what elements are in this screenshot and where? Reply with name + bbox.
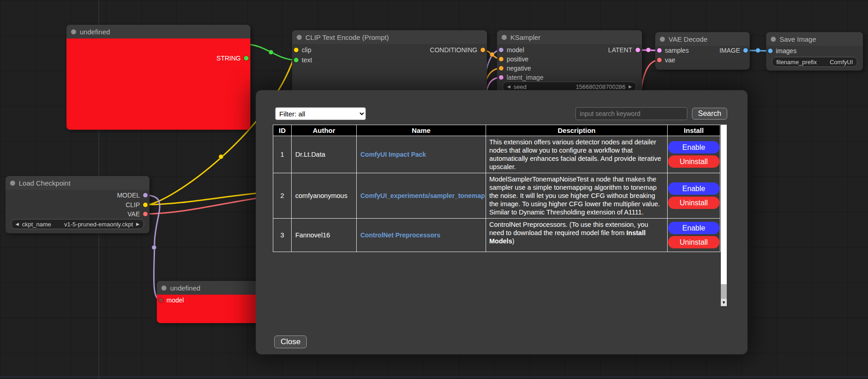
output-dot-conditioning[interactable] [481, 48, 485, 52]
enable-button[interactable]: Enable [668, 222, 719, 234]
prev-arrow-icon[interactable]: ◀ [16, 220, 19, 229]
input-dot-vae[interactable] [657, 58, 662, 62]
input-dot-text[interactable] [294, 58, 299, 62]
filename-prefix-widget[interactable]: filename_prefix ComfyUI [772, 57, 857, 67]
link-dot-string[interactable] [269, 50, 273, 55]
cell-author: comfyanonymous [292, 173, 357, 219]
manager-dialog: Filter: all Search IDAuthorNameDescripti… [256, 90, 747, 354]
input-dot-negative[interactable] [499, 66, 503, 71]
node-title: undefined [170, 284, 200, 292]
cell-install: EnableUninstall [668, 136, 720, 173]
uninstall-button[interactable]: Uninstall [668, 155, 719, 168]
input-dot-model[interactable] [159, 298, 163, 302]
filter-select[interactable]: Filter: all [275, 107, 366, 120]
uninstall-button[interactable]: Uninstall [668, 197, 719, 209]
input-dot-latent-image[interactable] [499, 75, 503, 80]
collapse-dot-icon[interactable] [771, 37, 776, 42]
link-dot-model[interactable] [152, 245, 156, 250]
cell-name: ComfyUI_experiments/sampler_tonemap [357, 173, 486, 219]
node-undefined-top[interactable]: undefined STRING [66, 25, 250, 130]
output-dot-model[interactable] [143, 193, 148, 198]
input-label-vae: vae [665, 56, 675, 64]
cell-author: Fannovel16 [292, 219, 357, 252]
collapse-dot-icon[interactable] [10, 181, 15, 186]
ckpt-name-label: ckpt_name [22, 221, 51, 228]
extension-table: IDAuthorNameDescriptionInstall 1Dr.Lt.Da… [273, 125, 720, 252]
link-dot-image[interactable] [756, 48, 760, 53]
input-label-latent-image: latent_image [507, 74, 543, 81]
node-ksampler[interactable]: KSampler model positive negative latent_… [497, 30, 642, 97]
output-label-model: MODEL [117, 192, 140, 199]
extension-row: 3Fannovel16ControlNet PreprocessorsContr… [273, 219, 720, 252]
close-button[interactable]: Close [274, 335, 307, 348]
enable-button[interactable]: Enable [668, 182, 719, 195]
cell-author: Dr.Lt.Data [292, 136, 357, 173]
extension-link[interactable]: ControlNet Preprocessors [360, 231, 440, 239]
column-header: Name [357, 125, 486, 136]
cell-name: ControlNet Preprocessors [357, 219, 486, 252]
output-label-clip: CLIP [126, 201, 140, 209]
extension-row: 2comfyanonymousComfyUI_experiments/sampl… [273, 173, 720, 219]
node-save-image[interactable]: Save Image images filename_prefix ComfyU… [766, 32, 863, 71]
output-dot-image[interactable] [743, 48, 748, 53]
ckpt-name-widget[interactable]: ◀ ckpt_name v1-5-pruned-emaonly.ckpt ▶ [11, 219, 144, 229]
node-title: Load Checkpoint [19, 179, 71, 187]
link-dot-clip[interactable] [219, 154, 223, 159]
extension-link[interactable]: ComfyUI_experiments/sampler_tonemap [360, 192, 485, 199]
increment-arrow-icon[interactable]: ▶ [629, 82, 632, 91]
collapse-dot-icon[interactable] [660, 37, 665, 42]
input-dot-images[interactable] [768, 49, 773, 53]
node-load-checkpoint[interactable]: Load Checkpoint MODEL CLIP VAE ◀ ckpt_na… [6, 176, 149, 233]
node-vae-decode[interactable]: VAE Decode samples vae IMAGE [655, 32, 750, 70]
node-title-bar[interactable]: Save Image [766, 32, 863, 46]
collapse-dot-icon[interactable] [502, 35, 507, 40]
input-label-text: text [302, 56, 312, 64]
search-input[interactable] [575, 107, 687, 120]
enable-button[interactable]: Enable [668, 141, 719, 154]
table-header: IDAuthorNameDescriptionInstall [273, 125, 720, 136]
output-dot-string[interactable] [244, 56, 249, 60]
node-title-bar[interactable]: undefined [66, 25, 250, 38]
output-label-string: STRING [216, 55, 241, 62]
collapse-dot-icon[interactable] [71, 29, 76, 34]
input-label-negative: negative [507, 65, 531, 72]
node-title: VAE Decode [669, 35, 708, 43]
output-label-vae: VAE [127, 210, 140, 218]
output-dot-clip[interactable] [143, 203, 148, 207]
node-title-bar[interactable]: KSampler [497, 30, 642, 44]
decrement-arrow-icon[interactable]: ◀ [507, 82, 510, 91]
node-title-bar[interactable]: VAE Decode [655, 32, 750, 46]
output-dot-latent[interactable] [636, 48, 640, 52]
filename-prefix-label: filename_prefix [776, 59, 817, 66]
link-dot-latent[interactable] [646, 48, 651, 52]
node-title-bar[interactable]: CLIP Text Encode (Prompt) [292, 30, 487, 44]
extension-list-scroll[interactable]: IDAuthorNameDescriptionInstall 1Dr.Lt.Da… [273, 125, 727, 306]
extension-link[interactable]: ComfyUI Impact Pack [360, 151, 426, 158]
input-dot-positive[interactable] [499, 57, 503, 61]
scrollbar[interactable]: ▼ [721, 125, 727, 306]
node-title: undefined [80, 28, 110, 36]
node-title: KSampler [510, 33, 541, 41]
output-label-image: IMAGE [719, 47, 740, 54]
node-title: Save Image [780, 35, 816, 43]
ckpt-name-value: v1-5-pruned-emaonly.ckpt [64, 221, 133, 228]
seed-value: 156680208700286 [576, 83, 625, 90]
scrollbar-thumb[interactable] [721, 125, 727, 284]
collapse-dot-icon[interactable] [297, 35, 302, 40]
node-title-bar[interactable]: Load Checkpoint [6, 176, 149, 190]
cell-description: This extension offers various detector n… [486, 136, 668, 173]
cell-description: ModelSamplerTonemapNoiseTest a node that… [486, 173, 668, 219]
input-label-images: images [776, 47, 796, 55]
collapse-dot-icon[interactable] [161, 286, 166, 291]
output-dot-vae[interactable] [143, 212, 148, 216]
column-header: Description [486, 125, 668, 136]
uninstall-button[interactable]: Uninstall [668, 236, 719, 248]
next-arrow-icon[interactable]: ▶ [136, 220, 139, 229]
cell-id: 1 [273, 136, 292, 173]
link-dot-conditioning[interactable] [490, 52, 494, 57]
scroll-down-arrow-icon[interactable]: ▼ [721, 299, 727, 306]
cell-description: ControlNet Preprocessors. (To use this e… [486, 219, 668, 252]
output-label-latent: LATENT [608, 46, 632, 54]
search-button[interactable]: Search [692, 108, 727, 120]
output-label-conditioning: CONDITIONING [430, 46, 477, 54]
